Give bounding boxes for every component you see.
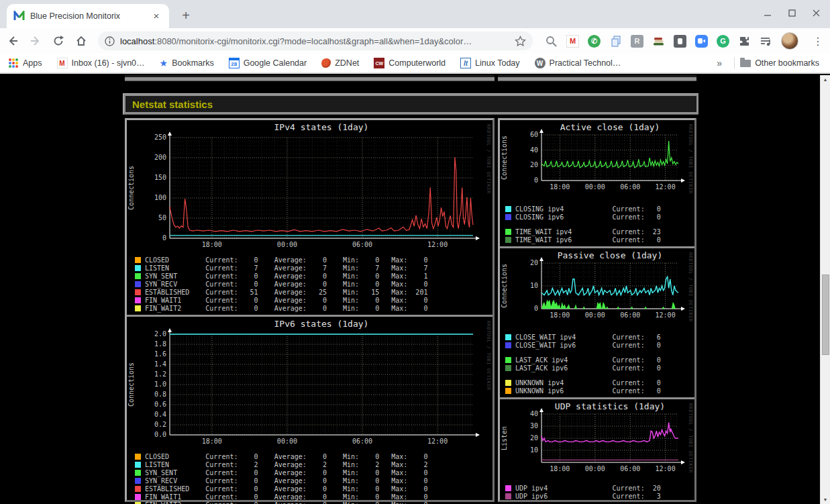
udp-statistics-chart[interactable]: 1020304018:0000:0006:0012:00UDP statisti… [500, 401, 694, 480]
copy-pages-extension-icon[interactable] [609, 35, 622, 48]
scroll-up-icon[interactable]: ▲ [821, 77, 830, 82]
legend-swatch [505, 357, 511, 363]
bookmark-computerworld[interactable]: CW Computerworld [374, 58, 446, 68]
profile-avatar[interactable] [781, 32, 798, 50]
address-bar[interactable]: localhost:8080/monitorix-cgi/monitorix.c… [98, 32, 533, 50]
search-extension-icon[interactable] [545, 35, 558, 48]
monitorix-favicon [13, 11, 25, 21]
svg-text:150: 150 [154, 174, 166, 181]
new-tab-button[interactable]: + [177, 7, 195, 25]
rrdtool-watermark: RRDTOOL / TOBI OETIKER [688, 403, 693, 473]
ipv4-states-chart[interactable]: 05010015020025018:0000:0006:0012:00IPv4 … [127, 121, 492, 252]
playlist-extension-icon[interactable] [760, 35, 772, 48]
other-bookmarks-label: Other bookmarks [755, 58, 819, 68]
svg-text:20: 20 [530, 161, 538, 168]
maximize-button[interactable] [784, 5, 799, 20]
page-info-icon[interactable] [105, 36, 115, 46]
legend-text: LAST_ACK ipv6 Current: 0 [515, 364, 661, 372]
legend-swatch [505, 229, 511, 235]
legend-swatch [505, 365, 511, 371]
zoom-extension-icon[interactable] [695, 35, 708, 48]
svg-text:12:00: 12:00 [656, 311, 676, 319]
bookmarks-overflow-chevron[interactable]: » [710, 58, 729, 68]
bookmark-practical-technology[interactable]: W Practical Technol… [535, 58, 621, 68]
svg-text:20: 20 [530, 259, 538, 266]
udp-statistics-graph[interactable]: 1020304018:0000:0006:0012:00UDP statisti… [500, 399, 694, 500]
bookmark-linux-today[interactable]: lt Linux Today [460, 58, 520, 68]
svg-text:2.0: 2.0 [154, 330, 166, 338]
legend-row: CLOSING ipv6 Current: 0 [505, 213, 694, 221]
close-button[interactable] [809, 5, 823, 20]
calendar-icon: 28 [229, 58, 240, 68]
legend-text: SYN_SENT Current: 0 Average: 0 Min: 0 Ma… [145, 469, 427, 476]
svg-text:Listen: Listen [501, 426, 508, 450]
legend-text: FIN_WAIT1 Current: 0 Average: 0 Min: 0 M… [145, 493, 427, 501]
legend-text: UNKNOWN ipv4 Current: 0 [515, 379, 661, 387]
svg-text:18:00: 18:00 [550, 465, 570, 472]
voice-extension-icon[interactable]: ✆ [588, 35, 601, 48]
browser-window: Blue Precision Monitorix × + localhost:8… [0, 0, 830, 504]
svg-text:UDP statistics (1day): UDP statistics (1day) [555, 401, 665, 411]
scroll-down-icon[interactable]: ▼ [821, 497, 830, 502]
books-extension-icon[interactable] [652, 35, 665, 48]
passive-close-graph[interactable]: 0102018:0000:0006:0012:00Passive close (… [500, 248, 694, 395]
svg-text:0: 0 [162, 234, 166, 242]
legend-text: SYN_RECV Current: 0 Average: 0 Min: 0 Ma… [145, 477, 427, 485]
bookmark-star-icon[interactable] [515, 36, 526, 47]
home-button[interactable] [71, 31, 91, 51]
ipv6-states-chart[interactable]: 0.00.20.40.60.81.01.21.41.61.82.018:0000… [127, 318, 492, 448]
puzzle-extensions-icon[interactable] [738, 35, 751, 48]
svg-text:Connections: Connections [127, 362, 135, 407]
legend-swatch [135, 454, 141, 460]
ipv4-states-graph[interactable]: 05010015020025018:0000:0006:0012:00IPv4 … [127, 120, 492, 312]
legend-row: FIN_WAIT1 Current: 0 Average: 0 Min: 0 M… [135, 493, 492, 501]
back-button[interactable] [3, 31, 23, 51]
svg-text:0.6: 0.6 [154, 401, 166, 408]
legend-text: FIN_WAIT2 Current: 0 Average: 0 Min: 0 M… [145, 501, 427, 504]
reload-button[interactable] [48, 31, 68, 51]
passive-close-chart[interactable]: 0102018:0000:0006:0012:00Passive close (… [500, 250, 694, 329]
legend-text: CLOSE_WAIT ipv6 Current: 0 [515, 342, 661, 349]
grammarly-extension-icon[interactable]: G [717, 35, 729, 48]
bookmark-google-calendar[interactable]: 28 Google Calendar [229, 58, 307, 68]
legend-swatch [135, 257, 141, 263]
password-extension-icon[interactable] [674, 35, 686, 48]
legend-row: FIN_WAIT2 Current: 0 Average: 0 Min: 0 M… [135, 501, 492, 504]
legend-swatch [505, 388, 511, 394]
svg-text:18:00: 18:00 [202, 241, 222, 248]
forward-button[interactable] [25, 31, 46, 51]
legend-swatch [505, 493, 511, 499]
url-text[interactable]: localhost:8080/monitorix-cgi/monitorix.c… [120, 36, 515, 46]
svg-text:06:00: 06:00 [352, 438, 372, 445]
bookmark-label: Apps [23, 58, 42, 68]
svg-text:Connections: Connections [127, 166, 135, 210]
legend-swatch [135, 281, 141, 287]
browser-toolbar: localhost:8080/monitorix-cgi/monitorix.c… [0, 28, 830, 54]
ipv6-states-graph[interactable]: 0.00.20.40.60.81.01.21.41.61.82.018:0000… [127, 317, 492, 504]
other-bookmarks[interactable]: Other bookmarks [740, 58, 819, 68]
r-extension-icon[interactable]: R [631, 35, 643, 48]
svg-text:60: 60 [530, 131, 538, 138]
svg-text:10: 10 [530, 282, 538, 289]
legend-row: CLOSE_WAIT ipv4 Current: 6 [505, 333, 694, 341]
bookmark-zdnet[interactable]: ZDNet [321, 58, 359, 68]
legend-row: LISTEN Current: 2 Average: 2 Min: 2 Max:… [135, 460, 492, 468]
tab-close-button[interactable]: × [150, 10, 162, 22]
bookmark-apps[interactable]: Apps [8, 58, 42, 68]
svg-text:00:00: 00:00 [585, 183, 605, 191]
legend-swatch [505, 485, 511, 491]
legend-swatch [135, 502, 141, 504]
scrollbar-thumb[interactable] [822, 274, 829, 355]
legend-text: LAST_ACK ipv4 Current: 0 [515, 356, 661, 364]
svg-text:0.2: 0.2 [154, 421, 166, 428]
active-close-graph[interactable]: 020406018:0000:0006:0012:00Active close … [500, 120, 694, 244]
chrome-menu-icon[interactable]: ⋮ [807, 35, 829, 48]
bookmark-bookmarks[interactable]: ★ Bookmarks [160, 58, 214, 68]
gmail-extension-icon[interactable]: M [566, 35, 579, 48]
linux-today-icon: lt [460, 58, 471, 68]
bookmark-inbox[interactable]: M Inbox (16) - sjvn0… [57, 58, 145, 68]
active-close-chart[interactable]: 020406018:0000:0006:0012:00Active close … [500, 121, 694, 201]
minimize-button[interactable] [760, 5, 775, 20]
browser-tab[interactable]: Blue Precision Monitorix × [7, 4, 169, 28]
page-scrollbar[interactable]: ▲ ▼ [820, 75, 830, 504]
